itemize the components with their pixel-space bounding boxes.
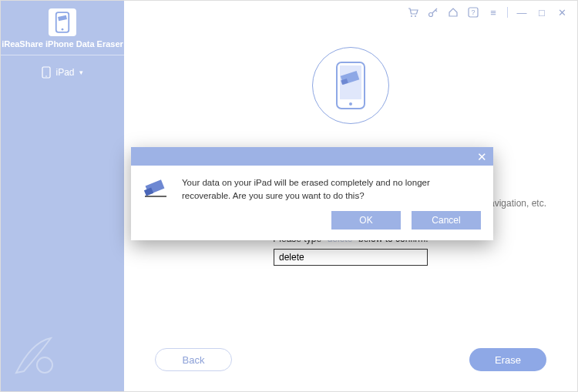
svg-rect-2: [58, 15, 67, 22]
quill-icon: [8, 334, 55, 384]
help-icon[interactable]: ?: [467, 6, 479, 18]
close-icon[interactable]: ✕: [556, 6, 568, 18]
device-selector[interactable]: iPad ▾: [1, 55, 124, 89]
app-logo-icon: [49, 8, 76, 36]
confirm-dialog: ✕ Your data on your iPad will be erased …: [131, 147, 493, 240]
eraser-icon: [143, 176, 170, 203]
svg-point-5: [37, 357, 52, 373]
titlebar: ? ≡ — □ ✕: [124, 1, 577, 24]
back-button[interactable]: Back: [155, 348, 232, 371]
svg-point-1: [62, 28, 64, 31]
minimize-icon[interactable]: —: [516, 6, 528, 18]
svg-point-12: [349, 102, 352, 106]
device-name: iPad: [55, 67, 74, 78]
dialog-ok-button[interactable]: OK: [331, 211, 401, 230]
dialog-body: Your data on your iPad will be erased co…: [131, 166, 493, 208]
separator: [507, 7, 508, 18]
app-title: iReaShare iPhone Data Eraser: [1, 39, 124, 49]
svg-point-8: [429, 13, 433, 17]
svg-text:?: ?: [471, 8, 475, 16]
menu-icon[interactable]: ≡: [487, 6, 499, 18]
footer: Back Erase: [124, 342, 577, 391]
confirm-input[interactable]: [274, 249, 428, 266]
tablet-icon: [42, 66, 51, 79]
svg-point-6: [411, 15, 412, 17]
key-icon[interactable]: [427, 6, 439, 18]
dialog-message: Your data on your iPad will be erased co…: [182, 176, 481, 203]
home-icon[interactable]: [447, 6, 459, 18]
sidebar: iReaShare iPhone Data Eraser iPad ▾: [1, 1, 124, 391]
chevron-down-icon: ▾: [79, 69, 83, 76]
app-root: iReaShare iPhone Data Eraser iPad ▾ ? ≡ …: [0, 0, 578, 392]
dialog-buttons: OK Cancel: [131, 208, 493, 240]
erase-button[interactable]: Erase: [469, 348, 546, 371]
svg-point-7: [415, 15, 416, 17]
cart-icon[interactable]: [407, 6, 419, 18]
dialog-cancel-button[interactable]: Cancel: [412, 211, 481, 230]
logo-block: iReaShare iPhone Data Eraser: [1, 1, 124, 55]
hero-erase-icon: [312, 47, 389, 124]
svg-point-4: [46, 75, 48, 77]
dialog-header: ✕: [131, 147, 493, 166]
maximize-icon[interactable]: □: [536, 6, 548, 18]
dialog-close-icon[interactable]: ✕: [477, 151, 487, 162]
